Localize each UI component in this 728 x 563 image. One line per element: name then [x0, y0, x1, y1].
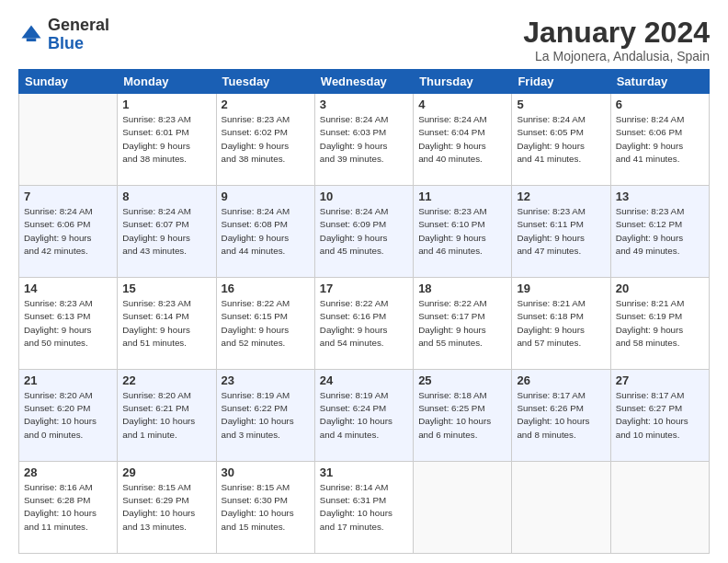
day-cell: 16Sunrise: 8:22 AMSunset: 6:15 PMDayligh…: [216, 278, 314, 370]
day-number: 28: [24, 465, 112, 479]
week-row-3: 14Sunrise: 8:23 AMSunset: 6:13 PMDayligh…: [19, 278, 710, 370]
weekday-header-monday: Monday: [118, 70, 216, 94]
day-info: Sunrise: 8:24 AMSunset: 6:07 PMDaylight:…: [122, 205, 210, 258]
day-cell: 26Sunrise: 8:17 AMSunset: 6:26 PMDayligh…: [512, 370, 610, 462]
weekday-header-row: SundayMondayTuesdayWednesdayThursdayFrid…: [19, 70, 710, 94]
day-info: Sunrise: 8:22 AMSunset: 6:15 PMDaylight:…: [222, 297, 310, 350]
day-info: Sunrise: 8:23 AMSunset: 6:11 PMDaylight:…: [517, 205, 605, 258]
logo-general-text: General: [48, 16, 109, 34]
weekday-header-thursday: Thursday: [414, 70, 512, 94]
day-info: Sunrise: 8:22 AMSunset: 6:17 PMDaylight:…: [418, 297, 506, 350]
day-cell: 23Sunrise: 8:19 AMSunset: 6:22 PMDayligh…: [216, 370, 314, 462]
day-number: 26: [517, 373, 605, 387]
day-info: Sunrise: 8:17 AMSunset: 6:26 PMDaylight:…: [517, 389, 605, 442]
day-cell: 10Sunrise: 8:24 AMSunset: 6:09 PMDayligh…: [314, 186, 413, 278]
day-number: 30: [222, 465, 310, 479]
day-cell: 7Sunrise: 8:24 AMSunset: 6:06 PMDaylight…: [19, 186, 118, 278]
day-cell: 13Sunrise: 8:23 AMSunset: 6:12 PMDayligh…: [610, 186, 709, 278]
day-cell: 28Sunrise: 8:16 AMSunset: 6:28 PMDayligh…: [19, 462, 118, 554]
day-number: 15: [122, 282, 210, 295]
day-cell: 15Sunrise: 8:23 AMSunset: 6:14 PMDayligh…: [118, 278, 216, 370]
day-cell: 22Sunrise: 8:20 AMSunset: 6:21 PMDayligh…: [118, 370, 216, 462]
day-info: Sunrise: 8:24 AMSunset: 6:09 PMDaylight:…: [320, 205, 408, 258]
day-number: 12: [517, 190, 605, 203]
day-number: 16: [222, 282, 310, 295]
day-cell: 1Sunrise: 8:23 AMSunset: 6:01 PMDaylight…: [118, 94, 216, 186]
day-info: Sunrise: 8:23 AMSunset: 6:01 PMDaylight:…: [122, 113, 210, 166]
day-cell: 18Sunrise: 8:22 AMSunset: 6:17 PMDayligh…: [414, 278, 512, 370]
day-number: 17: [320, 282, 408, 295]
day-cell: 17Sunrise: 8:22 AMSunset: 6:16 PMDayligh…: [314, 278, 413, 370]
day-info: Sunrise: 8:18 AMSunset: 6:25 PMDaylight:…: [418, 389, 506, 442]
day-number: 6: [616, 98, 704, 111]
location: La Mojonera, Andalusia, Spain: [523, 49, 710, 63]
day-info: Sunrise: 8:24 AMSunset: 6:06 PMDaylight:…: [616, 113, 704, 166]
day-number: 23: [222, 373, 310, 387]
logo: General Blue: [18, 17, 109, 53]
day-number: 9: [222, 190, 310, 203]
day-cell: 8Sunrise: 8:24 AMSunset: 6:07 PMDaylight…: [118, 186, 216, 278]
day-number: 1: [122, 98, 210, 111]
day-info: Sunrise: 8:23 AMSunset: 6:10 PMDaylight:…: [418, 205, 506, 258]
month-title: January 2024: [523, 17, 710, 49]
day-cell: 2Sunrise: 8:23 AMSunset: 6:02 PMDaylight…: [216, 94, 314, 186]
day-info: Sunrise: 8:22 AMSunset: 6:16 PMDaylight:…: [320, 297, 408, 350]
week-row-2: 7Sunrise: 8:24 AMSunset: 6:06 PMDaylight…: [19, 186, 710, 278]
day-number: 5: [517, 98, 605, 111]
day-info: Sunrise: 8:15 AMSunset: 6:30 PMDaylight:…: [222, 481, 310, 534]
weekday-header-saturday: Saturday: [610, 70, 709, 94]
day-number: 19: [517, 282, 605, 295]
day-info: Sunrise: 8:24 AMSunset: 6:06 PMDaylight:…: [24, 205, 112, 258]
day-info: Sunrise: 8:17 AMSunset: 6:27 PMDaylight:…: [616, 389, 704, 442]
day-info: Sunrise: 8:23 AMSunset: 6:14 PMDaylight:…: [122, 297, 210, 350]
svg-rect-1: [27, 38, 37, 41]
day-cell: 6Sunrise: 8:24 AMSunset: 6:06 PMDaylight…: [610, 94, 709, 186]
day-cell: 20Sunrise: 8:21 AMSunset: 6:19 PMDayligh…: [610, 278, 709, 370]
svg-marker-0: [22, 25, 41, 38]
day-cell: [19, 94, 118, 186]
weekday-header-wednesday: Wednesday: [314, 70, 413, 94]
day-number: 8: [122, 190, 210, 203]
day-info: Sunrise: 8:24 AMSunset: 6:08 PMDaylight:…: [222, 205, 310, 258]
day-info: Sunrise: 8:21 AMSunset: 6:18 PMDaylight:…: [517, 297, 605, 350]
day-number: 4: [418, 98, 506, 111]
day-cell: 9Sunrise: 8:24 AMSunset: 6:08 PMDaylight…: [216, 186, 314, 278]
day-info: Sunrise: 8:24 AMSunset: 6:04 PMDaylight:…: [418, 113, 506, 166]
day-number: 27: [616, 373, 704, 387]
day-cell: [512, 462, 610, 554]
day-cell: 29Sunrise: 8:15 AMSunset: 6:29 PMDayligh…: [118, 462, 216, 554]
week-row-5: 28Sunrise: 8:16 AMSunset: 6:28 PMDayligh…: [19, 462, 710, 554]
day-info: Sunrise: 8:24 AMSunset: 6:03 PMDaylight:…: [320, 113, 408, 166]
day-cell: 5Sunrise: 8:24 AMSunset: 6:05 PMDaylight…: [512, 94, 610, 186]
day-cell: 4Sunrise: 8:24 AMSunset: 6:04 PMDaylight…: [414, 94, 512, 186]
day-number: 7: [24, 190, 112, 203]
day-info: Sunrise: 8:24 AMSunset: 6:05 PMDaylight:…: [517, 113, 605, 166]
day-number: 11: [418, 190, 506, 203]
day-number: 14: [24, 282, 112, 295]
day-number: 24: [320, 373, 408, 387]
day-cell: 21Sunrise: 8:20 AMSunset: 6:20 PMDayligh…: [19, 370, 118, 462]
day-cell: 11Sunrise: 8:23 AMSunset: 6:10 PMDayligh…: [414, 186, 512, 278]
weekday-header-sunday: Sunday: [19, 70, 118, 94]
day-cell: 31Sunrise: 8:14 AMSunset: 6:31 PMDayligh…: [314, 462, 413, 554]
day-cell: 24Sunrise: 8:19 AMSunset: 6:24 PMDayligh…: [314, 370, 413, 462]
title-block: January 2024 La Mojonera, Andalusia, Spa…: [523, 17, 710, 63]
week-row-1: 1Sunrise: 8:23 AMSunset: 6:01 PMDaylight…: [19, 94, 710, 186]
day-info: Sunrise: 8:19 AMSunset: 6:22 PMDaylight:…: [222, 389, 310, 442]
day-cell: 25Sunrise: 8:18 AMSunset: 6:25 PMDayligh…: [414, 370, 512, 462]
day-info: Sunrise: 8:19 AMSunset: 6:24 PMDaylight:…: [320, 389, 408, 442]
page: General Blue January 2024 La Mojonera, A…: [0, 0, 728, 563]
weekday-header-tuesday: Tuesday: [216, 70, 314, 94]
day-number: 18: [418, 282, 506, 295]
day-info: Sunrise: 8:20 AMSunset: 6:21 PMDaylight:…: [122, 389, 210, 442]
day-info: Sunrise: 8:23 AMSunset: 6:13 PMDaylight:…: [24, 297, 112, 350]
header: General Blue January 2024 La Mojonera, A…: [18, 17, 710, 63]
day-number: 31: [320, 465, 408, 479]
day-number: 2: [222, 98, 310, 111]
day-number: 3: [320, 98, 408, 111]
day-cell: 3Sunrise: 8:24 AMSunset: 6:03 PMDaylight…: [314, 94, 413, 186]
day-info: Sunrise: 8:23 AMSunset: 6:12 PMDaylight:…: [616, 205, 704, 258]
day-cell: 27Sunrise: 8:17 AMSunset: 6:27 PMDayligh…: [610, 370, 709, 462]
logo-icon: [18, 22, 44, 48]
logo-blue-text: Blue: [48, 34, 84, 52]
